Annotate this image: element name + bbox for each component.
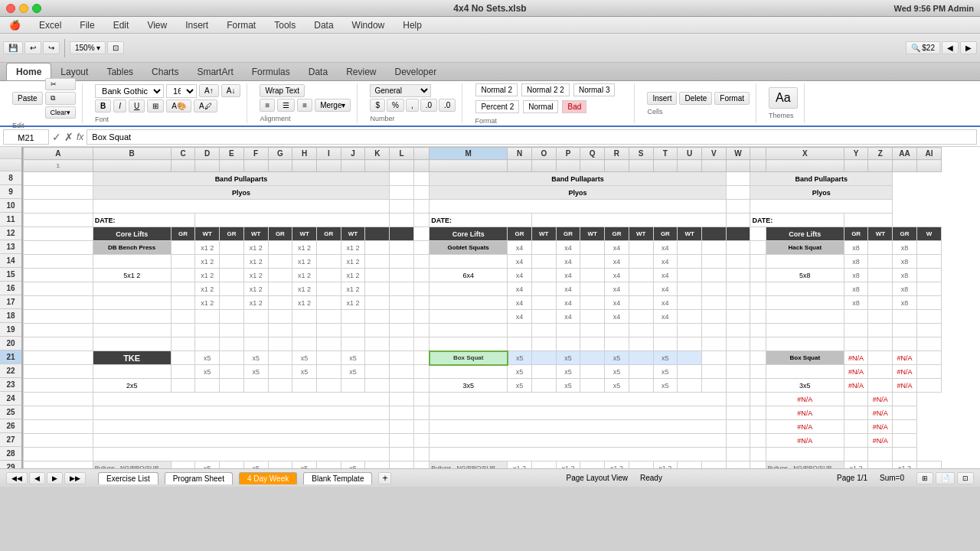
cell-F12[interactable]: WT	[243, 227, 268, 241]
col-header-F[interactable]: F	[243, 148, 268, 160]
cell-L16[interactable]	[390, 282, 414, 296]
cell-L14[interactable]	[390, 255, 414, 269]
cell-X21[interactable]: Box Squat	[766, 351, 844, 365]
cell-N23[interactable]: x5	[508, 379, 532, 393]
cell-T13[interactable]: x4	[653, 241, 678, 255]
cell-A12[interactable]	[24, 227, 93, 241]
cell-S22[interactable]	[629, 365, 653, 379]
cell-V20[interactable]	[701, 337, 726, 351]
cell-B10[interactable]	[93, 200, 389, 214]
cell-L26[interactable]	[390, 420, 414, 434]
cell-A20[interactable]	[24, 337, 93, 351]
window-controls[interactable]	[6, 4, 41, 13]
cell-D23[interactable]	[195, 379, 220, 393]
cell-H19[interactable]	[292, 324, 317, 337]
cell-G15[interactable]	[268, 269, 292, 282]
cell-B28[interactable]	[93, 448, 389, 461]
sheet-nav-prev[interactable]: ◀◀	[6, 472, 28, 484]
cell-O22[interactable]	[531, 365, 556, 379]
cell-T21[interactable]: x5	[653, 351, 678, 365]
cell-Z18[interactable]	[868, 310, 893, 324]
cell-L10[interactable]	[390, 200, 414, 214]
cell-H18[interactable]	[292, 310, 317, 324]
cell-X20[interactable]	[766, 337, 844, 351]
cell-Y22[interactable]: #N/A	[844, 365, 868, 379]
sheet-nav-last[interactable]: ▶▶	[64, 472, 86, 484]
cell-X16[interactable]	[766, 282, 844, 296]
cell-L27[interactable]	[390, 434, 414, 448]
underline-button[interactable]: U	[129, 99, 145, 112]
delete-cells-btn[interactable]: Delete	[679, 92, 712, 105]
cell-A22[interactable]	[24, 365, 93, 379]
cell-M8[interactable]: Band Pullaparts	[430, 172, 726, 186]
cell-H14[interactable]: x1 2	[292, 255, 317, 269]
cell-X24[interactable]	[750, 393, 766, 406]
col-header-AA[interactable]: AA	[893, 148, 917, 160]
cell-K15[interactable]	[365, 269, 390, 282]
cell-N21[interactable]: x5	[508, 351, 532, 365]
cell-J13[interactable]: x1 2	[341, 241, 365, 255]
decrease-font-btn[interactable]: A↓	[221, 84, 241, 97]
cell-B24[interactable]	[93, 393, 389, 406]
cell-W21[interactable]	[726, 351, 750, 365]
cell-O23[interactable]	[531, 379, 556, 393]
cell-H29[interactable]: x5	[292, 461, 317, 469]
cell-A8[interactable]	[24, 172, 93, 186]
cell-S12[interactable]: WT	[629, 227, 653, 241]
sheet-tab-4day-week[interactable]: 4 Day Week	[239, 472, 297, 484]
cell-R23[interactable]: x5	[605, 379, 629, 393]
cell-C23[interactable]	[171, 379, 195, 393]
cell-Q18[interactable]	[580, 310, 605, 324]
cell-O11[interactable]	[531, 214, 726, 227]
cell-K21[interactable]	[365, 351, 390, 365]
zoom-fit[interactable]: ⊡	[107, 41, 124, 54]
cell-C12[interactable]: GR	[171, 227, 195, 241]
cell-L20[interactable]	[390, 337, 414, 351]
cell-C13[interactable]	[171, 241, 195, 255]
cell-V13[interactable]	[701, 241, 726, 255]
cell-C15[interactable]	[171, 269, 195, 282]
cell-Z27[interactable]	[844, 434, 868, 448]
cell-O21[interactable]	[531, 351, 556, 365]
col-header-G[interactable]: G	[268, 148, 292, 160]
cell-Q29[interactable]	[580, 461, 605, 469]
cell-L22[interactable]	[390, 365, 414, 379]
cell-L11[interactable]	[390, 214, 414, 227]
cell-P21[interactable]: x5	[556, 351, 580, 365]
view-normal-btn[interactable]: ⊞	[916, 472, 933, 484]
cell-A10[interactable]	[24, 200, 93, 214]
cell-Z23[interactable]	[868, 379, 893, 393]
cell-X22[interactable]	[766, 365, 844, 379]
cell-E23[interactable]	[220, 379, 244, 393]
cell-M13[interactable]: Goblet Squats	[430, 241, 508, 255]
cell-A27[interactable]	[24, 434, 93, 448]
cell-AI24[interactable]	[893, 393, 917, 406]
cell-D21[interactable]: x5	[195, 351, 220, 365]
cell-M12[interactable]: Core Lifts	[430, 227, 508, 241]
col-header-AI[interactable]: AI	[916, 148, 941, 160]
cell-Z21[interactable]	[868, 351, 893, 365]
cell-F29[interactable]: x5	[243, 461, 268, 469]
dec-increase-btn[interactable]: .0	[420, 99, 437, 112]
cell-B25[interactable]	[93, 406, 389, 420]
cell-F18[interactable]	[243, 310, 268, 324]
cell-Q19[interactable]	[580, 324, 605, 337]
cell-B12[interactable]: Core Lifts	[93, 227, 171, 241]
cell-L28[interactable]	[390, 448, 414, 461]
fill-color-btn[interactable]: A🎨	[166, 99, 191, 112]
cell-H17[interactable]: x1 2	[292, 296, 317, 310]
cell-F16[interactable]: x1 2	[243, 282, 268, 296]
cell-N18[interactable]: x4	[508, 310, 532, 324]
cell-P19[interactable]	[556, 324, 580, 337]
cell-J23[interactable]	[341, 379, 365, 393]
cell-G21[interactable]	[268, 351, 292, 365]
cell-I20[interactable]	[316, 337, 341, 351]
cell-Q16[interactable]	[580, 282, 605, 296]
cell-E13[interactable]	[220, 241, 244, 255]
style-normal[interactable]: Normal	[523, 100, 558, 113]
menu-data[interactable]: Data	[311, 18, 336, 32]
cell-B9[interactable]: Plyos	[93, 186, 389, 200]
cell-K14[interactable]	[365, 255, 390, 269]
cell-Q17[interactable]	[580, 296, 605, 310]
align-right-btn[interactable]: ≡	[297, 99, 312, 112]
